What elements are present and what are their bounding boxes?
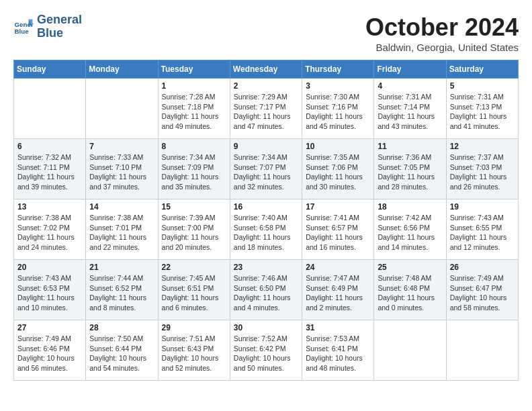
calendar-cell: 15Sunrise: 7:39 AMSunset: 7:00 PMDayligh… bbox=[158, 199, 230, 260]
day-detail: Sunrise: 7:43 AMSunset: 6:53 PMDaylight:… bbox=[17, 273, 82, 313]
day-detail: Sunrise: 7:28 AMSunset: 7:18 PMDaylight:… bbox=[162, 92, 226, 132]
day-detail: Sunrise: 7:50 AMSunset: 6:44 PMDaylight:… bbox=[89, 334, 154, 373]
day-detail: Sunrise: 7:38 AMSunset: 7:02 PMDaylight:… bbox=[17, 213, 82, 253]
calendar-week-4: 20Sunrise: 7:43 AMSunset: 6:53 PMDayligh… bbox=[14, 260, 519, 320]
calendar-cell: 31Sunrise: 7:53 AMSunset: 6:41 PMDayligh… bbox=[302, 320, 374, 381]
calendar-cell: 16Sunrise: 7:40 AMSunset: 6:58 PMDayligh… bbox=[230, 199, 302, 260]
calendar-week-3: 13Sunrise: 7:38 AMSunset: 7:02 PMDayligh… bbox=[14, 199, 519, 260]
day-number: 21 bbox=[89, 263, 154, 272]
day-number: 26 bbox=[450, 263, 515, 272]
calendar-cell: 14Sunrise: 7:38 AMSunset: 7:01 PMDayligh… bbox=[86, 199, 158, 260]
day-detail: Sunrise: 7:39 AMSunset: 7:00 PMDaylight:… bbox=[162, 213, 226, 253]
title-area: October 2024 Baldwin, Georgia, United St… bbox=[365, 13, 519, 53]
calendar-cell: 3Sunrise: 7:30 AMSunset: 7:16 PMDaylight… bbox=[302, 79, 374, 139]
calendar-cell: 24Sunrise: 7:47 AMSunset: 6:49 PMDayligh… bbox=[302, 260, 374, 320]
day-detail: Sunrise: 7:42 AMSunset: 6:56 PMDaylight:… bbox=[378, 213, 442, 253]
day-detail: Sunrise: 7:36 AMSunset: 7:05 PMDaylight:… bbox=[378, 152, 442, 192]
calendar-cell: 21Sunrise: 7:44 AMSunset: 6:52 PMDayligh… bbox=[86, 260, 158, 320]
calendar-cell: 10Sunrise: 7:35 AMSunset: 7:06 PMDayligh… bbox=[302, 139, 374, 199]
day-number: 18 bbox=[378, 202, 442, 212]
calendar-cell: 23Sunrise: 7:46 AMSunset: 6:50 PMDayligh… bbox=[230, 260, 302, 320]
day-detail: Sunrise: 7:31 AMSunset: 7:13 PMDaylight:… bbox=[450, 92, 515, 132]
day-detail: Sunrise: 7:45 AMSunset: 6:51 PMDaylight:… bbox=[162, 273, 226, 313]
calendar-cell: 9Sunrise: 7:34 AMSunset: 7:07 PMDaylight… bbox=[230, 139, 302, 199]
calendar-cell bbox=[86, 79, 158, 139]
day-number: 16 bbox=[234, 202, 298, 212]
day-number: 3 bbox=[306, 81, 370, 91]
day-number: 1 bbox=[162, 81, 226, 91]
day-detail: Sunrise: 7:44 AMSunset: 6:52 PMDaylight:… bbox=[89, 273, 154, 313]
calendar-cell: 20Sunrise: 7:43 AMSunset: 6:53 PMDayligh… bbox=[14, 260, 86, 320]
weekday-header-monday: Monday bbox=[86, 60, 158, 79]
day-detail: Sunrise: 7:46 AMSunset: 6:50 PMDaylight:… bbox=[234, 273, 298, 313]
calendar-cell: 27Sunrise: 7:49 AMSunset: 6:46 PMDayligh… bbox=[14, 320, 86, 381]
day-detail: Sunrise: 7:43 AMSunset: 6:55 PMDaylight:… bbox=[450, 213, 515, 253]
weekday-header-saturday: Saturday bbox=[446, 60, 518, 79]
calendar-cell: 26Sunrise: 7:49 AMSunset: 6:47 PMDayligh… bbox=[446, 260, 518, 320]
day-detail: Sunrise: 7:48 AMSunset: 6:48 PMDaylight:… bbox=[378, 273, 442, 313]
calendar-cell: 5Sunrise: 7:31 AMSunset: 7:13 PMDaylight… bbox=[446, 79, 518, 139]
day-number: 22 bbox=[162, 263, 226, 272]
day-number: 9 bbox=[234, 142, 298, 151]
day-number: 31 bbox=[306, 323, 370, 332]
calendar-cell bbox=[446, 320, 518, 381]
calendar-cell: 17Sunrise: 7:41 AMSunset: 6:57 PMDayligh… bbox=[302, 199, 374, 260]
weekday-header-row: SundayMondayTuesdayWednesdayThursdayFrid… bbox=[14, 60, 519, 79]
calendar: SundayMondayTuesdayWednesdayThursdayFrid… bbox=[13, 60, 519, 381]
day-number: 12 bbox=[450, 142, 515, 151]
calendar-cell: 13Sunrise: 7:38 AMSunset: 7:02 PMDayligh… bbox=[14, 199, 86, 260]
day-number: 25 bbox=[378, 263, 442, 272]
day-detail: Sunrise: 7:41 AMSunset: 6:57 PMDaylight:… bbox=[306, 213, 370, 253]
weekday-header-thursday: Thursday bbox=[302, 60, 374, 79]
day-number: 8 bbox=[162, 142, 226, 151]
day-detail: Sunrise: 7:40 AMSunset: 6:58 PMDaylight:… bbox=[234, 213, 298, 253]
day-detail: Sunrise: 7:37 AMSunset: 7:03 PMDaylight:… bbox=[450, 152, 515, 192]
svg-text:Blue: Blue bbox=[15, 28, 30, 35]
calendar-cell: 11Sunrise: 7:36 AMSunset: 7:05 PMDayligh… bbox=[374, 139, 446, 199]
calendar-cell: 4Sunrise: 7:31 AMSunset: 7:14 PMDaylight… bbox=[374, 79, 446, 139]
day-number: 29 bbox=[162, 323, 226, 332]
logo-icon: General Blue bbox=[13, 17, 34, 37]
day-detail: Sunrise: 7:34 AMSunset: 7:07 PMDaylight:… bbox=[234, 152, 298, 192]
calendar-cell: 2Sunrise: 7:29 AMSunset: 7:17 PMDaylight… bbox=[230, 79, 302, 139]
day-number: 2 bbox=[234, 81, 298, 91]
day-detail: Sunrise: 7:34 AMSunset: 7:09 PMDaylight:… bbox=[162, 152, 226, 192]
calendar-cell: 22Sunrise: 7:45 AMSunset: 6:51 PMDayligh… bbox=[158, 260, 230, 320]
day-number: 7 bbox=[89, 142, 154, 151]
day-number: 23 bbox=[234, 263, 298, 272]
day-detail: Sunrise: 7:53 AMSunset: 6:41 PMDaylight:… bbox=[306, 334, 370, 373]
weekday-header-wednesday: Wednesday bbox=[230, 60, 302, 79]
day-number: 20 bbox=[17, 263, 82, 272]
day-number: 19 bbox=[450, 202, 515, 212]
location: Baldwin, Georgia, United States bbox=[365, 42, 519, 53]
calendar-cell: 19Sunrise: 7:43 AMSunset: 6:55 PMDayligh… bbox=[446, 199, 518, 260]
weekday-header-sunday: Sunday bbox=[14, 60, 86, 79]
day-detail: Sunrise: 7:33 AMSunset: 7:10 PMDaylight:… bbox=[89, 152, 154, 192]
day-number: 15 bbox=[162, 202, 226, 212]
calendar-cell: 8Sunrise: 7:34 AMSunset: 7:09 PMDaylight… bbox=[158, 139, 230, 199]
day-number: 10 bbox=[306, 142, 370, 151]
weekday-header-tuesday: Tuesday bbox=[158, 60, 230, 79]
day-number: 28 bbox=[89, 323, 154, 332]
calendar-cell: 30Sunrise: 7:52 AMSunset: 6:42 PMDayligh… bbox=[230, 320, 302, 381]
day-number: 11 bbox=[378, 142, 442, 151]
calendar-cell: 29Sunrise: 7:51 AMSunset: 6:43 PMDayligh… bbox=[158, 320, 230, 381]
day-detail: Sunrise: 7:32 AMSunset: 7:11 PMDaylight:… bbox=[17, 152, 82, 192]
calendar-cell: 25Sunrise: 7:48 AMSunset: 6:48 PMDayligh… bbox=[374, 260, 446, 320]
weekday-header-friday: Friday bbox=[374, 60, 446, 79]
day-number: 4 bbox=[378, 81, 442, 91]
day-number: 13 bbox=[17, 202, 82, 212]
calendar-cell bbox=[374, 320, 446, 381]
logo-text: General Blue bbox=[37, 13, 82, 40]
calendar-week-2: 6Sunrise: 7:32 AMSunset: 7:11 PMDaylight… bbox=[14, 139, 519, 199]
day-number: 30 bbox=[234, 323, 298, 332]
logo: General Blue General Blue bbox=[13, 13, 82, 40]
calendar-cell: 1Sunrise: 7:28 AMSunset: 7:18 PMDaylight… bbox=[158, 79, 230, 139]
day-detail: Sunrise: 7:30 AMSunset: 7:16 PMDaylight:… bbox=[306, 92, 370, 132]
day-detail: Sunrise: 7:52 AMSunset: 6:42 PMDaylight:… bbox=[234, 334, 298, 373]
calendar-week-5: 27Sunrise: 7:49 AMSunset: 6:46 PMDayligh… bbox=[14, 320, 519, 381]
calendar-cell: 12Sunrise: 7:37 AMSunset: 7:03 PMDayligh… bbox=[446, 139, 518, 199]
header: General Blue General Blue October 2024 B… bbox=[13, 13, 519, 53]
calendar-cell: 18Sunrise: 7:42 AMSunset: 6:56 PMDayligh… bbox=[374, 199, 446, 260]
calendar-week-1: 1Sunrise: 7:28 AMSunset: 7:18 PMDaylight… bbox=[14, 79, 519, 139]
